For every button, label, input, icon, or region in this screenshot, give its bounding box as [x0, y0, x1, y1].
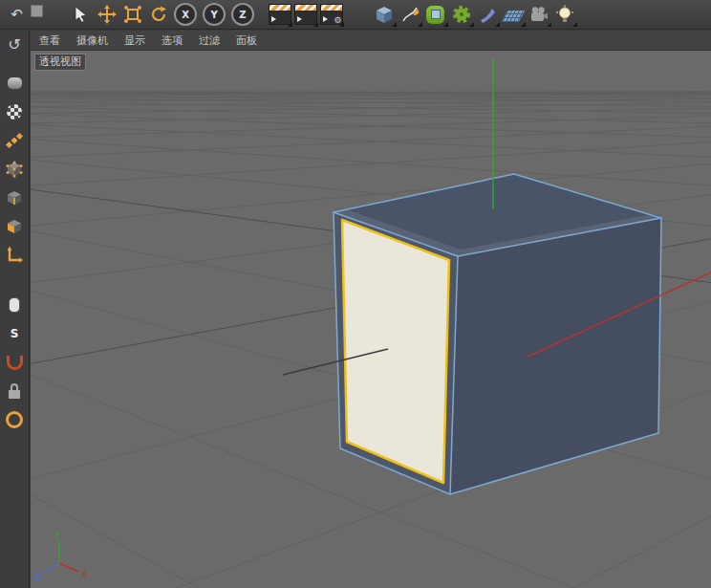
add-cube-button[interactable] — [371, 2, 397, 27]
lock-icon — [9, 390, 20, 399]
render-settings-button[interactable]: ⚙ — [318, 2, 344, 27]
viewport-menu-view[interactable]: 查看 — [39, 33, 60, 48]
workplane-button[interactable] — [2, 407, 27, 432]
undo-icon: ↶ — [11, 8, 23, 22]
gizmo-z-label: Z — [34, 573, 40, 582]
texture-mode-icon — [7, 104, 22, 120]
selected-polygon[interactable] — [342, 220, 449, 483]
add-subdivision-surface-button[interactable] — [422, 2, 448, 27]
viewport-label[interactable]: 透视视图 — [34, 54, 86, 71]
lock-z-axis-button[interactable]: Z — [231, 3, 254, 26]
camera-icon — [529, 5, 549, 24]
add-spline-button[interactable] — [397, 2, 422, 27]
add-camera-button[interactable] — [526, 2, 551, 27]
viewport-area: 查看 摄像机 显示 选项 过滤 面板 — [31, 31, 711, 588]
add-floor-button[interactable] — [500, 2, 526, 27]
lock-z-label: Z — [239, 10, 246, 20]
viewport-menu-panel[interactable]: 面板 — [236, 33, 257, 48]
axis-mode-button[interactable] — [2, 243, 27, 268]
add-generator-button[interactable] — [448, 2, 474, 27]
add-deformer-button[interactable] — [474, 2, 500, 27]
viewport-canvas[interactable]: Y X Z 透视视图 — [31, 51, 711, 588]
mouse-icon — [9, 297, 20, 313]
model-mode-button[interactable] — [2, 71, 27, 96]
top-toolbar: ↶ — [0, 0, 711, 30]
lock-y-label: Y — [210, 10, 217, 20]
cube-primitive-icon — [375, 5, 394, 24]
magnet-icon — [7, 356, 23, 370]
lock-y-axis-button[interactable]: Y — [203, 3, 226, 26]
color-swatch[interactable] — [31, 5, 43, 17]
viewport-menu-cameras[interactable]: 摄像机 — [76, 33, 108, 48]
generator-gear-icon — [452, 5, 471, 24]
render-picture-viewer-button[interactable] — [292, 2, 318, 27]
edge-mode-icon — [5, 188, 24, 207]
scale-tool-button[interactable] — [119, 2, 145, 27]
viewport-menu-filter[interactable]: 过滤 — [199, 33, 220, 48]
lock-workplane-button[interactable] — [2, 379, 27, 403]
gizmo-x-axis — [59, 563, 78, 572]
point-mode-button[interactable] — [2, 157, 27, 182]
scene-3d-view: Y X Z — [31, 51, 711, 588]
make-editable-button[interactable]: ↺ — [2, 33, 27, 57]
workplane-mode-icon — [5, 131, 24, 150]
axis-mode-icon — [5, 246, 24, 265]
scale-icon — [123, 5, 142, 24]
render-view-button[interactable] — [267, 2, 292, 27]
edge-mode-button[interactable] — [2, 185, 27, 210]
lock-x-axis-button[interactable]: X — [174, 3, 197, 26]
gizmo-z-axis — [44, 563, 59, 573]
add-light-button[interactable] — [551, 2, 577, 27]
rotate-tool-button[interactable] — [145, 2, 171, 27]
texture-mode-button[interactable] — [2, 99, 27, 124]
left-toolbar: ↺ — [0, 31, 30, 588]
viewport-menubar: 查看 摄像机 显示 选项 过滤 面板 — [31, 31, 711, 51]
world-axis-gizmo: Y X Z — [34, 531, 87, 582]
polygon-mode-button[interactable] — [2, 214, 27, 239]
workplane-ring-icon — [6, 411, 23, 428]
point-mode-icon — [5, 160, 24, 179]
rotate-icon — [149, 5, 168, 24]
polygon-mode-icon — [5, 217, 24, 236]
move-icon — [97, 5, 117, 24]
subdivision-surface-icon — [426, 6, 444, 24]
cursor-icon — [72, 5, 91, 24]
lock-x-label: X — [182, 10, 189, 20]
floor-grid-icon — [501, 11, 524, 22]
workplane-mode-button[interactable] — [2, 128, 27, 153]
viewport-menu-display[interactable]: 显示 — [124, 33, 145, 48]
cube-object — [334, 174, 661, 494]
quantize-button[interactable] — [2, 350, 27, 375]
model-mode-icon — [8, 77, 22, 89]
snap-icon: S — [11, 327, 19, 340]
render-view-icon — [269, 4, 291, 25]
live-selection-button[interactable] — [68, 2, 94, 27]
render-settings-icon: ⚙ — [320, 4, 343, 25]
gizmo-y-label: Y — [54, 531, 60, 540]
undo-button[interactable]: ↶ — [4, 2, 30, 27]
move-tool-button[interactable] — [94, 2, 119, 27]
render-picture-viewer-icon — [294, 4, 317, 25]
viewport-solo-button[interactable] — [2, 293, 27, 317]
make-editable-icon: ↺ — [8, 37, 20, 53]
cube-right-face[interactable] — [450, 218, 661, 494]
cinema4d-window: ↶ — [0, 0, 711, 588]
gizmo-x-label: X — [81, 570, 87, 579]
light-bulb-icon — [555, 5, 574, 24]
snap-button[interactable]: S — [2, 321, 27, 346]
pen-icon — [400, 5, 420, 24]
viewport-menu-options[interactable]: 选项 — [162, 33, 183, 48]
deformer-icon — [478, 5, 497, 24]
